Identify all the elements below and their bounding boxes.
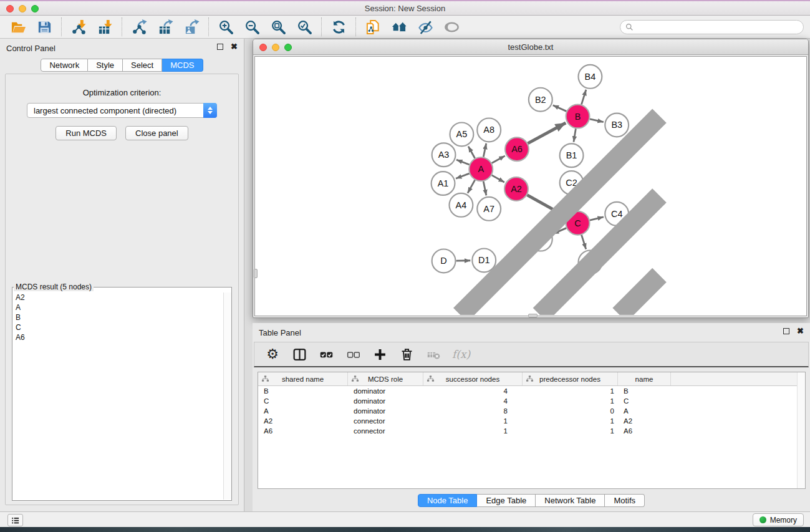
table-row[interactable]: Cdominator41C (258, 396, 805, 406)
table-cell[interactable]: A6 (618, 426, 671, 436)
table-row[interactable]: A2connector11A2 (258, 416, 805, 426)
column-header-successor-nodes[interactable]: successor nodes (423, 372, 523, 385)
mcds-result-item[interactable]: A (13, 302, 223, 312)
tab-node-table[interactable]: Node Table (418, 494, 478, 507)
export-image-icon[interactable] (182, 17, 201, 36)
tab-network[interactable]: Network (41, 59, 88, 72)
float-table-panel-icon[interactable] (783, 328, 789, 334)
hide-selected-icon[interactable] (416, 17, 435, 36)
add-column-icon[interactable] (372, 346, 388, 362)
import-network-icon[interactable] (69, 17, 88, 36)
control-panel-tabs: NetworkStyleSelectMCDS (0, 59, 244, 72)
tab-mcds[interactable]: MCDS (162, 59, 203, 72)
column-header-label: MCDS role (368, 375, 403, 383)
tab-edge-table[interactable]: Edge Table (477, 494, 536, 507)
zoom-in-icon[interactable] (216, 17, 235, 36)
table-cell[interactable]: dominator (348, 396, 423, 406)
close-panel-button[interactable]: Close panel (125, 126, 188, 140)
column-header-name[interactable]: name (618, 372, 671, 385)
table-cell[interactable]: A (258, 406, 348, 416)
criterion-dropdown[interactable]: largest connected component (directed) (27, 103, 217, 118)
memory-button[interactable]: Memory (753, 513, 804, 526)
column-header-MCDS-role[interactable]: MCDS role (348, 372, 423, 385)
search-input[interactable] (637, 23, 798, 32)
table-row[interactable]: Adominator80A (258, 406, 805, 416)
table-cell[interactable]: 1 (523, 426, 618, 436)
table-cell[interactable]: B (618, 386, 671, 396)
network-window-titlebar[interactable]: testGlobe.txt (253, 39, 808, 55)
mcds-result-item[interactable]: C (13, 322, 223, 332)
refresh-layout-icon[interactable] (329, 17, 348, 36)
function-builder-icon[interactable]: f(x) (452, 346, 470, 362)
tab-select[interactable]: Select (123, 59, 162, 72)
table-cell[interactable]: 8 (423, 406, 523, 416)
gear-icon[interactable]: ⚙ (264, 346, 281, 362)
table-cell[interactable]: 0 (523, 406, 618, 416)
table-cell[interactable]: 1 (423, 416, 523, 426)
clone-network-icon[interactable] (364, 17, 382, 36)
table-cell[interactable]: connector (348, 416, 423, 426)
close-panel-icon[interactable]: ✖ (231, 44, 238, 50)
tab-style[interactable]: Style (88, 59, 123, 72)
minimize-network-window-icon[interactable] (272, 44, 279, 51)
zoom-selected-icon[interactable] (295, 17, 314, 36)
table-cell[interactable]: 1 (423, 426, 523, 436)
table-cell[interactable]: 1 (523, 386, 618, 396)
column-header-shared-name[interactable]: shared name (258, 372, 348, 385)
table-cell[interactable]: 4 (423, 386, 523, 396)
resize-grip-icon[interactable] (254, 56, 806, 315)
split-columns-icon[interactable] (291, 346, 307, 362)
table-cell[interactable]: dominator (348, 386, 423, 396)
network-canvas[interactable]: B4B2BB3A8A5A6A3B1AC2A1A2A4A7C4CC1C3DD1 (254, 56, 807, 316)
table-cell[interactable]: A6 (258, 426, 348, 436)
close-table-panel-icon[interactable]: ✖ (797, 328, 804, 334)
run-mcds-button[interactable]: Run MCDS (55, 126, 117, 140)
table-scrollbar[interactable] (797, 372, 805, 488)
first-neighbors-icon[interactable] (390, 17, 408, 36)
mcds-result-item[interactable]: B (13, 312, 223, 322)
close-window-icon[interactable] (6, 5, 14, 12)
export-network-icon[interactable] (130, 17, 148, 36)
table-cell[interactable]: A2 (258, 416, 348, 426)
table-cell[interactable]: connector (348, 426, 423, 436)
show-all-icon[interactable] (442, 17, 461, 36)
desktop-background (0, 527, 810, 532)
table-row[interactable]: A6connector11A6 (258, 426, 805, 436)
import-table-icon[interactable] (95, 17, 114, 36)
network-window-title: testGlobe.txt (253, 42, 808, 52)
table-cell[interactable]: A (618, 406, 671, 416)
table-row[interactable]: Bdominator41B (258, 386, 805, 396)
delete-column-icon[interactable] (398, 346, 415, 362)
zoom-window-icon[interactable] (31, 5, 39, 12)
deselect-all-icon[interactable] (345, 346, 361, 362)
table-cell[interactable]: C (618, 396, 671, 406)
tab-motifs[interactable]: Motifs (605, 494, 645, 507)
mcds-result-item[interactable]: A2 (13, 293, 223, 302)
table-cell[interactable]: A2 (618, 416, 671, 426)
table-cell[interactable]: B (258, 386, 348, 396)
result-scrollbar[interactable] (223, 293, 231, 500)
minimize-window-icon[interactable] (19, 5, 26, 12)
table-cell[interactable]: dominator (348, 406, 423, 416)
open-folder-icon[interactable] (9, 17, 27, 36)
main-toolbar (0, 16, 810, 39)
search-field[interactable] (620, 20, 804, 34)
save-session-icon[interactable] (35, 17, 54, 36)
select-all-icon[interactable] (318, 346, 334, 362)
zoom-network-window-icon[interactable] (284, 44, 292, 51)
table-cell[interactable]: C (258, 396, 348, 406)
export-table-icon[interactable] (156, 17, 175, 36)
mcds-result-item[interactable]: A6 (13, 332, 223, 342)
table-panel-header: Table Panel ✖ (253, 323, 810, 339)
task-history-button[interactable] (7, 514, 23, 526)
table-cell[interactable]: 1 (523, 396, 618, 406)
zoom-out-icon[interactable] (243, 17, 261, 36)
column-header-predecessor-nodes[interactable]: predecessor nodes (523, 372, 618, 385)
float-panel-icon[interactable] (217, 44, 223, 50)
delete-table-icon[interactable] (425, 346, 441, 362)
table-cell[interactable]: 1 (523, 416, 618, 426)
zoom-fit-icon[interactable] (269, 17, 287, 36)
tab-network-table[interactable]: Network Table (536, 494, 605, 507)
table-cell[interactable]: 4 (423, 396, 523, 406)
close-network-window-icon[interactable] (259, 44, 267, 51)
